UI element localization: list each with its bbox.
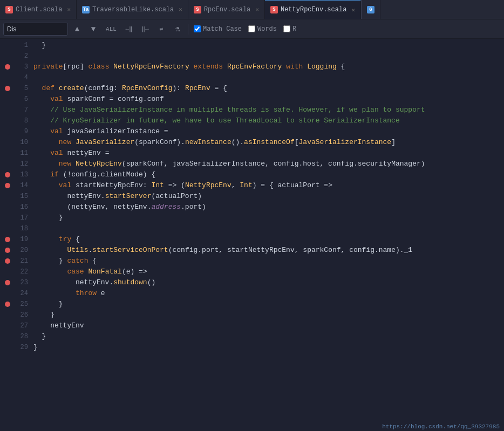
- line-number: 21: [15, 256, 28, 266]
- search-box[interactable]: [3, 23, 68, 36]
- code-token: [33, 117, 50, 125]
- line-number: 9: [15, 126, 28, 137]
- tab-close-traversable[interactable]: ✕: [179, 6, 182, 13]
- code-token: NettyRpcEnv: [185, 181, 231, 189]
- breakpoint-dot[interactable]: [5, 172, 10, 177]
- nav-up-button[interactable]: ▲: [70, 22, 84, 36]
- code-token: }: [33, 41, 46, 49]
- code-token: nettyEnv.: [33, 278, 113, 286]
- gutter-row: [0, 245, 15, 256]
- match-case-checkbox[interactable]: [194, 25, 201, 32]
- code-token: = {: [210, 84, 227, 92]
- code-line: [33, 51, 504, 61]
- code-line: }: [33, 331, 504, 342]
- breakpoint-dot[interactable]: [5, 183, 10, 188]
- tab-close-client[interactable]: ✕: [67, 6, 71, 13]
- gutter-row: [0, 169, 15, 180]
- breakpoint-dot[interactable]: [5, 237, 10, 242]
- words-checkbox[interactable]: [248, 25, 255, 32]
- tab-rpcenv[interactable]: S RpcEnv.scala ✕: [188, 0, 265, 19]
- nav-down-button[interactable]: ▼: [86, 22, 100, 36]
- code-token: [33, 95, 50, 103]
- code-token: [55, 84, 59, 92]
- toolbar-separator-1: [188, 24, 188, 35]
- code-area: 1234567891011121314151617181920212223242…: [0, 39, 504, 431]
- gutter-row: [0, 213, 15, 223]
- gutter-row: [0, 256, 15, 266]
- code-token: asInstanceOf: [244, 138, 295, 146]
- filter-button[interactable]: ⚗: [171, 22, 185, 36]
- code-token: }: [33, 343, 38, 351]
- gutter-row: [0, 105, 15, 115]
- line-number: 16: [15, 202, 28, 213]
- match-case-option[interactable]: Match Case: [192, 25, 244, 33]
- code-token: [33, 127, 50, 135]
- tab-client[interactable]: S Client.scala ✕: [0, 0, 77, 19]
- line-number: 4: [15, 72, 28, 83]
- line-number: 17: [15, 213, 28, 223]
- gutter-row: [0, 191, 15, 202]
- breakpoint-dot[interactable]: [5, 258, 10, 264]
- code-token: nettyEnv: [33, 321, 84, 330]
- gutter-row: [0, 51, 15, 61]
- status-bar: https://blog.csdn.net/qq_39327985: [378, 422, 504, 431]
- breakpoint-dot[interactable]: [5, 302, 10, 307]
- move-match-button[interactable]: ⇌: [154, 22, 168, 36]
- line-number: 13: [15, 169, 28, 180]
- search-input[interactable]: [7, 25, 50, 33]
- move-left-button[interactable]: ←‖: [122, 22, 136, 36]
- tab-close-nettyrpcenv[interactable]: ✕: [351, 6, 355, 13]
- code-token: NettyRpcEnvFactory: [113, 63, 189, 71]
- code-token: .port): [181, 203, 206, 211]
- tab-close-rpcenv[interactable]: ✕: [255, 6, 259, 13]
- code-token: JavaSerializer: [76, 138, 134, 146]
- regex-option[interactable]: R: [281, 25, 298, 33]
- find-all-button[interactable]: ALL: [103, 22, 120, 36]
- code-token: Logging: [307, 63, 337, 71]
- breakpoint-dot[interactable]: [5, 280, 10, 285]
- regex-checkbox[interactable]: [283, 25, 290, 32]
- tab-traversable[interactable]: Ta TraversableLike.scala ✕: [77, 0, 188, 19]
- match-case-label: Match Case: [203, 25, 242, 33]
- code-token: class: [88, 63, 109, 71]
- code-token: :: [113, 84, 122, 92]
- line-number: 12: [15, 159, 28, 169]
- code-token: JavaSerializerInstance: [299, 138, 392, 146]
- breakpoint-dot[interactable]: [5, 248, 10, 253]
- line-number: 15: [15, 191, 28, 202]
- gutter-row: [0, 331, 15, 342]
- code-token: }: [33, 332, 46, 340]
- code-content[interactable]: } private[rpc] class NettyRpcEnvFactory …: [31, 39, 504, 431]
- code-token: RpcEnvFactory: [227, 63, 282, 71]
- gutter-row: [0, 115, 15, 126]
- code-token: [33, 268, 67, 276]
- code-token: create: [59, 84, 84, 92]
- code-token: [33, 170, 50, 179]
- tab-icon-nettyrpcenv: S: [270, 6, 278, 13]
- breakpoint-dot[interactable]: [5, 86, 10, 91]
- code-token: [71, 160, 76, 168]
- line-number: 18: [15, 223, 28, 234]
- gutter-row: [0, 342, 15, 353]
- code-token: startNettyRpcEnv:: [71, 181, 151, 189]
- code-token: (config.port, startNettyRpcEnv, sparkCon…: [168, 246, 412, 254]
- code-token: with: [286, 63, 303, 71]
- code-token: (!config.clientMode) {: [59, 170, 155, 179]
- code-token: Utils: [67, 246, 88, 254]
- breakpoint-dot[interactable]: [5, 64, 10, 70]
- code-token: new: [59, 138, 71, 146]
- code-token: [189, 63, 194, 71]
- words-option[interactable]: Words: [246, 25, 279, 33]
- code-token: val: [50, 95, 63, 103]
- tab-extra[interactable]: G: [361, 0, 380, 19]
- line-number: 28: [15, 331, 28, 342]
- move-right-button[interactable]: ‖→: [138, 22, 152, 36]
- code-token: ]: [80, 63, 88, 71]
- code-line: }: [33, 310, 504, 320]
- code-token: (actualPort): [151, 192, 202, 200]
- code-token: {: [88, 257, 97, 265]
- code-token: sparkConf = config.conf: [63, 95, 164, 103]
- tab-nettyrpcenv[interactable]: S NettyRpcEnv.scala ✕: [265, 0, 361, 19]
- code-token: [33, 235, 59, 243]
- line-number: 22: [15, 266, 28, 277]
